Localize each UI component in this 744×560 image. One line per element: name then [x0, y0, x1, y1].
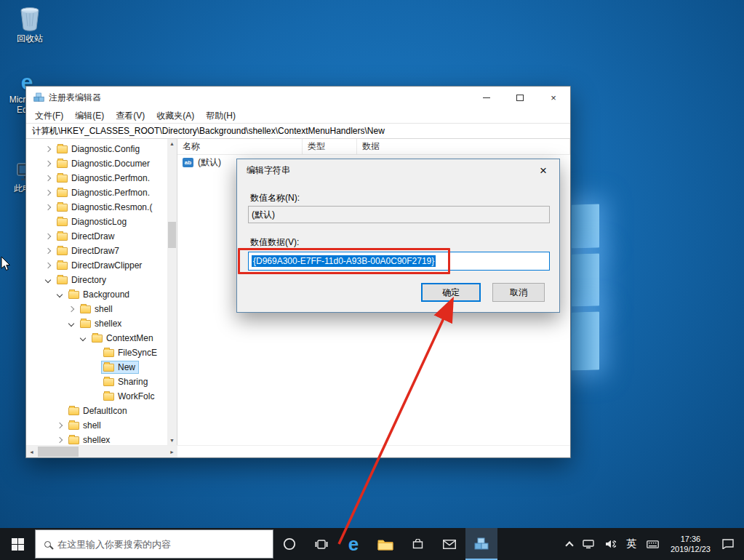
taskbar-clock[interactable]: 17:36 2019/12/23: [664, 534, 717, 554]
scroll-right-icon[interactable]: ►: [167, 446, 177, 458]
edge-taskbar-button[interactable]: e: [337, 528, 369, 560]
task-view-button[interactable]: [305, 528, 337, 560]
chevron-right-icon[interactable]: [57, 437, 63, 443]
tree-item-shellex[interactable]: shellex: [26, 433, 167, 445]
tree-item-label: Diagnostic.Perfmon.: [71, 188, 150, 198]
chevron-right-icon[interactable]: [45, 190, 51, 196]
ok-button[interactable]: 确定: [421, 283, 481, 302]
close-button[interactable]: ×: [537, 87, 570, 108]
tree-item-label: Diagnostic.Documer: [71, 159, 150, 169]
close-icon: ×: [551, 92, 556, 103]
chevron-down-icon[interactable]: [57, 292, 63, 297]
maximize-button[interactable]: [503, 87, 537, 108]
tree-item-label: shellex: [83, 435, 110, 445]
chevron-down-icon[interactable]: [45, 277, 51, 283]
wallpaper-logo-beam: [572, 312, 599, 371]
tree-horizontal-scrollbar[interactable]: ◄ ►: [26, 446, 177, 457]
minimize-button[interactable]: [470, 87, 503, 108]
chevron-down-icon[interactable]: [68, 321, 74, 327]
column-header-1[interactable]: 类型: [303, 139, 357, 154]
touch-keyboard-button[interactable]: [641, 528, 664, 560]
tree-item-filesynce[interactable]: FileSyncE: [26, 345, 167, 360]
tree-item-shellex[interactable]: shellex: [26, 316, 167, 331]
menu-item-0[interactable]: 文件(F): [29, 110, 69, 122]
cancel-button[interactable]: 取消: [492, 283, 545, 302]
minimize-icon: [483, 97, 490, 98]
folder-icon: [68, 407, 79, 415]
tree-item-workfolc[interactable]: WorkFolc: [26, 389, 167, 404]
tree-item-label: Diagnostic.Perfmon.: [71, 173, 150, 183]
menu-item-4[interactable]: 帮助(H): [200, 110, 241, 122]
tree-item-sharing[interactable]: Sharing: [26, 375, 167, 389]
chevron-right-icon[interactable]: [45, 161, 51, 167]
file-explorer-icon: [377, 538, 393, 551]
tree-item-diagnostic-config[interactable]: Diagnostic.Config: [26, 142, 167, 156]
folder-icon: [57, 189, 68, 197]
folder-icon: [57, 218, 68, 226]
tree-item-diagnostic-documer[interactable]: Diagnostic.Documer: [26, 156, 167, 171]
scroll-down-icon[interactable]: ▼: [167, 436, 177, 445]
value-name-field[interactable]: (默认): [248, 206, 550, 223]
tree-item-label: Diagnostic.Resmon.(: [71, 202, 152, 212]
registry-editor-taskbar-button[interactable]: [465, 528, 497, 560]
tree-item-directdraw[interactable]: DirectDraw: [26, 229, 167, 244]
dialog-title-bar[interactable]: 编辑字符串 ×: [237, 159, 559, 181]
tree-item-defaulticon[interactable]: DefaultIcon: [26, 404, 167, 418]
tree-item-new[interactable]: New: [26, 360, 167, 375]
tree-item-background[interactable]: Background: [26, 287, 167, 302]
column-headers: 名称类型数据: [177, 139, 570, 155]
desktop-icon-recycle-bin[interactable]: 回收站: [7, 6, 52, 44]
ime-indicator[interactable]: 英: [621, 528, 641, 560]
menu-item-2[interactable]: 查看(V): [110, 110, 151, 122]
chevron-right-icon[interactable]: [45, 146, 51, 152]
chevron-right-icon[interactable]: [45, 248, 51, 254]
taskbar: e: [0, 528, 744, 560]
column-header-2[interactable]: 数据: [357, 139, 570, 154]
vertical-scroll-thumb[interactable]: [168, 222, 176, 248]
file-explorer-button[interactable]: [369, 528, 401, 560]
ime-label: 英: [626, 537, 636, 551]
chevron-right-icon[interactable]: [45, 204, 51, 210]
start-button[interactable]: [0, 528, 35, 560]
taskbar-search[interactable]: [35, 529, 273, 559]
tree-item-diagnosticlog[interactable]: DiagnosticLog: [26, 215, 167, 229]
dialog-close-button[interactable]: ×: [527, 160, 559, 180]
chevron-right-icon[interactable]: [45, 175, 51, 181]
tree-item-directdrawclipper[interactable]: DirectDrawClipper: [26, 258, 167, 273]
network-button[interactable]: [577, 528, 599, 560]
menu-item-1[interactable]: 编辑(E): [69, 110, 110, 122]
chevron-right-icon[interactable]: [45, 263, 51, 268]
tree-item-shell[interactable]: shell: [26, 302, 167, 316]
action-center-button[interactable]: [717, 528, 744, 560]
chevron-right-icon[interactable]: [57, 423, 63, 428]
close-icon: ×: [540, 164, 547, 177]
tray-expand-button[interactable]: [561, 528, 577, 560]
annotation-highlight-rect: [238, 248, 450, 274]
title-bar[interactable]: 注册表编辑器 ×: [26, 87, 570, 108]
tree-item-diagnostic-perfmon-[interactable]: Diagnostic.Perfmon.: [26, 171, 167, 185]
tree-vertical-scrollbar[interactable]: ▲ ▼: [167, 139, 177, 445]
address-bar[interactable]: 计算机\HKEY_CLASSES_ROOT\Directory\Backgrou…: [26, 123, 570, 139]
tree-item-directory[interactable]: Directory: [26, 273, 167, 287]
value-name-text: (默认): [252, 209, 275, 221]
mail-button[interactable]: [433, 528, 465, 560]
tree-item-diagnostic-resmon-[interactable]: Diagnostic.Resmon.(: [26, 200, 167, 215]
cortana-button[interactable]: [273, 528, 305, 560]
tree-item-shell[interactable]: shell: [26, 418, 167, 433]
chevron-right-icon[interactable]: [45, 233, 51, 239]
chevron-down-icon[interactable]: [80, 335, 86, 341]
scroll-left-icon[interactable]: ◄: [26, 446, 37, 458]
search-input[interactable]: [57, 539, 254, 550]
tree-item-diagnostic-perfmon-[interactable]: Diagnostic.Perfmon.: [26, 185, 167, 200]
store-button[interactable]: [401, 528, 433, 560]
scroll-up-icon[interactable]: ▲: [167, 139, 177, 148]
tree-item-directdraw7[interactable]: DirectDraw7: [26, 244, 167, 258]
volume-button[interactable]: [599, 528, 621, 560]
tree-item-contextmen[interactable]: ContextMen: [26, 331, 167, 345]
chevron-right-icon[interactable]: [68, 306, 74, 312]
column-header-0[interactable]: 名称: [177, 139, 303, 154]
menu-item-3[interactable]: 收藏夹(A): [151, 110, 200, 122]
registry-editor-icon: [474, 537, 489, 551]
horizontal-scroll-thumb[interactable]: [38, 447, 79, 457]
edge-icon: e: [348, 535, 359, 553]
